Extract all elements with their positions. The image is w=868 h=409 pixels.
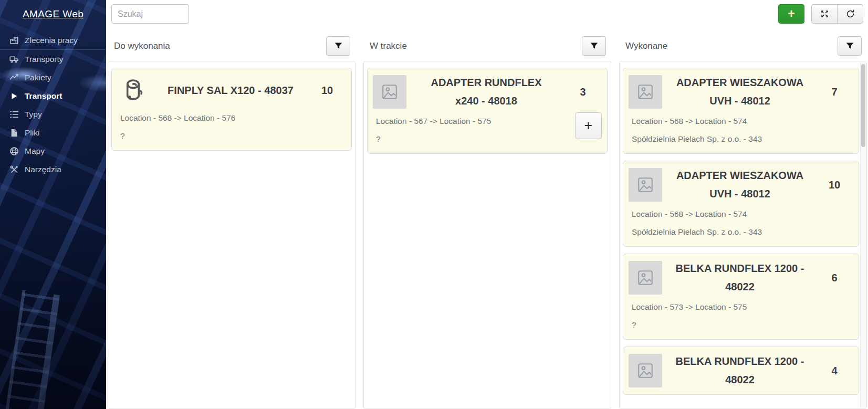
refresh-button[interactable]	[837, 4, 863, 24]
card-route: Location - 568 -> Location - 574	[629, 205, 851, 223]
card-count: 10	[310, 85, 344, 97]
app-window: AMAGE Web Zlecenia pracy Transporty Paki…	[0, 0, 868, 409]
transport-card[interactable]: BELKA RUNDFLEX 1200 - 48022 6 Location -…	[623, 254, 859, 340]
view-buttons-group	[811, 4, 863, 24]
list-icon	[9, 110, 19, 119]
transport-card[interactable]: ADAPTER WIESZAKOWA UVH - 48012 10 Locati…	[623, 161, 859, 247]
truck-icon	[9, 55, 19, 64]
scrollbar-thumb[interactable]	[861, 64, 865, 147]
column-title: Wykonane	[625, 41, 667, 51]
image-placeholder-icon	[373, 75, 406, 109]
sidebar-item-label: Pakiety	[25, 73, 51, 82]
column-header: Wykonane	[625, 36, 862, 56]
sidebar-item-transporty[interactable]: Transporty	[0, 50, 106, 68]
kanban-board: Do wykonania	[106, 28, 868, 409]
sidebar-nav: Zlecenia pracy Transporty Pakiety Transp…	[0, 31, 106, 179]
column-do-wykonania: Do wykonania	[108, 28, 355, 409]
sidebar-item-narzedzia[interactable]: Narzędzia	[0, 160, 106, 179]
card-title: BELKA RUNDFLEX 1200 - 48022	[676, 352, 804, 389]
activity-icon	[9, 73, 19, 82]
card-head: FINPLY SAL X120 - 48037 10	[117, 74, 344, 107]
work-orders-icon	[9, 36, 19, 45]
tools-icon	[9, 165, 19, 174]
card-count: 7	[818, 86, 851, 98]
card-count: 4	[818, 365, 851, 377]
image-placeholder-icon	[629, 354, 662, 387]
globe-icon	[9, 146, 19, 156]
card-add-button[interactable]: +	[575, 112, 602, 139]
sidebar-item-label: Transporty	[25, 55, 64, 64]
sidebar-item-label: Narzędzia	[25, 165, 61, 174]
main-content: +	[106, 0, 868, 409]
card-head: BELKA RUNDFLEX 1200 - 48022 4	[629, 352, 851, 389]
app-title[interactable]: AMAGE Web	[23, 8, 83, 20]
card-title: BELKA RUNDFLEX 1200 - 48022	[676, 259, 804, 296]
add-button[interactable]: +	[778, 4, 804, 24]
column-header: W trakcie	[370, 36, 606, 56]
sidebar-item-typy[interactable]: Typy	[0, 105, 106, 123]
image-placeholder-icon	[629, 75, 662, 109]
filter-icon	[590, 41, 599, 50]
sidebar-item-zlecenia-pracy[interactable]: Zlecenia pracy	[0, 31, 106, 50]
topbar: +	[106, 0, 868, 28]
card-head: ADAPTER RUNDFLEX x240 - 48018 3	[373, 74, 600, 110]
transport-card[interactable]: ADAPTER RUNDFLEX x240 - 48018 3 Location…	[367, 68, 608, 154]
column-scrollbar[interactable]	[860, 62, 866, 408]
sidebar-item-label: Transport	[25, 91, 62, 101]
column-title: W trakcie	[370, 41, 407, 51]
fullscreen-button[interactable]	[811, 4, 838, 24]
sidebar-item-label: Typy	[25, 110, 42, 119]
card-route: Location - 573 -> Location - 575	[629, 298, 851, 316]
sidebar-item-pliki[interactable]: Pliki	[0, 123, 106, 142]
card-contractor: ?	[629, 316, 851, 334]
filter-icon	[334, 41, 343, 50]
sidebar-item-label: Pliki	[25, 128, 39, 138]
card-contractor: ?	[373, 130, 600, 148]
card-title: ADAPTER WIESZAKOWA UVH - 48012	[676, 166, 804, 203]
filter-button-wykonane[interactable]	[838, 36, 862, 56]
card-title: FINPLY SAL X120 - 48037	[168, 81, 294, 100]
column-panel-do-wykonania: FINPLY SAL X120 - 48037 10 Location - 56…	[108, 61, 355, 409]
sidebar-item-label: Mapy	[25, 146, 45, 156]
card-head: ADAPTER WIESZAKOWA UVH - 48012 10	[629, 166, 851, 203]
file-icon	[9, 128, 19, 138]
card-contractor: Spółdzielnia Pielach Sp. z o.o. - 343	[629, 223, 851, 241]
card-count: 10	[818, 179, 851, 191]
card-count: 3	[566, 86, 600, 98]
card-title: ADAPTER RUNDFLEX x240 - 48018	[422, 74, 551, 110]
transport-card[interactable]: ADAPTER WIESZAKOWA UVH - 48012 7 Locatio…	[623, 68, 859, 154]
card-head: BELKA RUNDFLEX 1200 - 48022 6	[629, 259, 851, 296]
refresh-icon	[845, 9, 855, 19]
column-w-trakcie: W trakcie ADAPTER	[363, 28, 611, 409]
sidebar-item-transport[interactable]: Transport	[0, 87, 106, 105]
filter-button-w-trakcie[interactable]	[582, 36, 606, 56]
column-panel-wykonane: ADAPTER WIESZAKOWA UVH - 48012 7 Locatio…	[619, 61, 867, 409]
play-icon	[9, 91, 19, 101]
column-panel-w-trakcie: ADAPTER RUNDFLEX x240 - 48018 3 Location…	[363, 61, 611, 409]
transport-card[interactable]: BELKA RUNDFLEX 1200 - 48022 4	[623, 347, 859, 395]
filter-button-do-wykonania[interactable]	[326, 36, 350, 56]
column-header: Do wykonania	[114, 36, 350, 56]
card-route: Location - 567 -> Location - 575	[373, 112, 600, 130]
image-placeholder-icon	[629, 261, 662, 295]
card-count: 6	[818, 272, 851, 284]
sidebar-item-label: Zlecenia pracy	[25, 36, 78, 45]
sidebar-item-mapy[interactable]: Mapy	[0, 142, 106, 160]
roll-icon	[117, 74, 151, 107]
card-contractor: Spółdzielnia Pielach Sp. z o.o. - 343	[629, 130, 851, 148]
sidebar: AMAGE Web Zlecenia pracy Transporty Paki…	[0, 0, 106, 409]
card-route: Location - 568 -> Location - 574	[629, 112, 851, 130]
topbar-actions: +	[778, 4, 863, 24]
transport-card[interactable]: FINPLY SAL X120 - 48037 10 Location - 56…	[111, 68, 352, 151]
fullscreen-icon	[820, 9, 830, 19]
card-contractor: ?	[117, 127, 344, 145]
image-placeholder-icon	[629, 168, 662, 202]
column-wykonane: Wykonane ADAPTER	[619, 28, 867, 409]
card-title: ADAPTER WIESZAKOWA UVH - 48012	[676, 74, 804, 110]
column-title: Do wykonania	[114, 41, 170, 51]
card-route: Location - 568 -> Location - 576	[117, 109, 344, 127]
sidebar-item-pakiety[interactable]: Pakiety	[0, 68, 106, 87]
card-head: ADAPTER WIESZAKOWA UVH - 48012 7	[629, 74, 851, 110]
search-input[interactable]	[111, 4, 189, 24]
filter-icon	[845, 41, 854, 50]
